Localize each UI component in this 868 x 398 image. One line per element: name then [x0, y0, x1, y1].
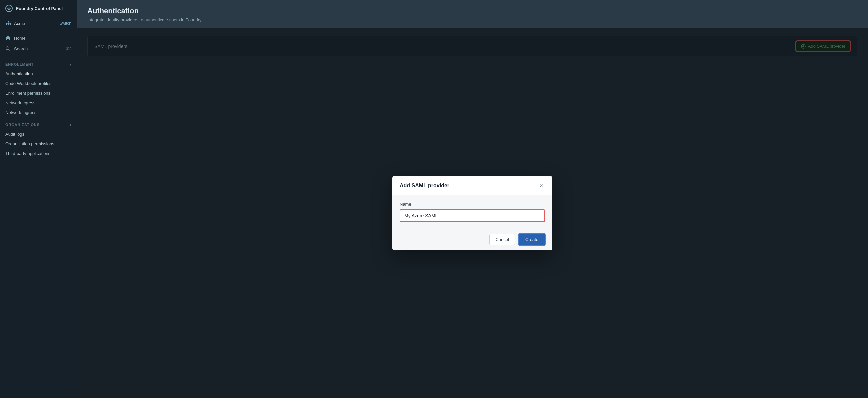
enrollment-section: ENROLLMENT ▾	[0, 57, 77, 69]
svg-point-1	[9, 8, 10, 9]
sidebar-item-search[interactable]: Search ⌘J	[0, 43, 77, 54]
organizations-section-header: ORGANIZATIONS ▾	[5, 123, 71, 127]
enrollment-section-label: ENROLLMENT	[5, 62, 34, 66]
home-icon	[5, 35, 11, 41]
enrollment-section-header: ENROLLMENT ▾	[5, 62, 71, 66]
search-icon	[5, 46, 11, 51]
sidebar-item-authentication[interactable]: Authentication	[0, 69, 77, 79]
modal-title: Add SAML provider	[400, 183, 450, 189]
sidebar-item-home-label: Home	[14, 36, 26, 41]
foundry-logo-icon	[5, 5, 13, 12]
page-title: Authentication	[87, 7, 857, 15]
form-name-input[interactable]	[400, 209, 545, 222]
enrollment-chevron-icon: ▾	[70, 63, 71, 66]
svg-line-9	[9, 49, 10, 51]
organizations-section-label: ORGANIZATIONS	[5, 123, 40, 127]
org-name-label: Acme	[14, 21, 25, 26]
org-icon	[5, 20, 11, 26]
sidebar-item-code-workbook-profiles[interactable]: Code Workbook profiles	[0, 79, 77, 88]
sidebar-item-audit-logs[interactable]: Audit logs	[0, 129, 77, 139]
sidebar-header: Foundry Control Panel	[0, 0, 77, 17]
app-title: Foundry Control Panel	[16, 6, 63, 11]
org-name-group: Acme	[5, 20, 25, 26]
page-header: Authentication Integrate identity provid…	[77, 0, 868, 28]
page-content-area: SAML providers Add SAML provider Add SAM…	[77, 28, 868, 398]
sidebar-primary-nav: Home Search ⌘J	[0, 30, 77, 57]
search-shortcut: ⌘J	[66, 47, 72, 51]
svg-rect-3	[6, 23, 7, 25]
svg-point-8	[6, 47, 9, 50]
form-name-label: Name	[400, 202, 545, 207]
svg-rect-2	[8, 21, 9, 22]
cancel-button[interactable]: Cancel	[489, 234, 515, 245]
create-button[interactable]: Create	[519, 234, 545, 245]
add-saml-provider-modal: Add SAML provider × Name Cancel Create	[392, 176, 552, 250]
modal-close-button[interactable]: ×	[537, 182, 545, 189]
sidebar-item-home[interactable]: Home	[0, 33, 77, 43]
sidebar-item-third-party-applications[interactable]: Third-party applications	[0, 149, 77, 158]
svg-rect-5	[8, 23, 9, 25]
modal-body: Name	[392, 195, 552, 229]
sidebar: Foundry Control Panel Acme Switch Home	[0, 0, 77, 398]
sidebar-item-search-label: Search	[14, 46, 28, 51]
main-content: Authentication Integrate identity provid…	[77, 0, 868, 398]
sidebar-item-enrollment-permissions[interactable]: Enrollment permissions	[0, 88, 77, 98]
switch-button[interactable]: Switch	[60, 21, 71, 26]
modal-overlay: Add SAML provider × Name Cancel Create	[77, 28, 868, 398]
organizations-chevron-icon: ▾	[70, 123, 71, 127]
page-subtitle: Integrate identity providers to authenti…	[87, 17, 857, 22]
org-row: Acme Switch	[0, 17, 77, 30]
modal-header: Add SAML provider ×	[392, 176, 552, 195]
sidebar-item-organization-permissions[interactable]: Organization permissions	[0, 139, 77, 149]
sidebar-item-network-egress[interactable]: Network egress	[0, 98, 77, 108]
sidebar-item-network-ingress[interactable]: Network ingress	[0, 108, 77, 117]
modal-footer: Cancel Create	[392, 229, 552, 250]
svg-rect-4	[10, 23, 11, 25]
organizations-section: ORGANIZATIONS ▾	[0, 117, 77, 129]
